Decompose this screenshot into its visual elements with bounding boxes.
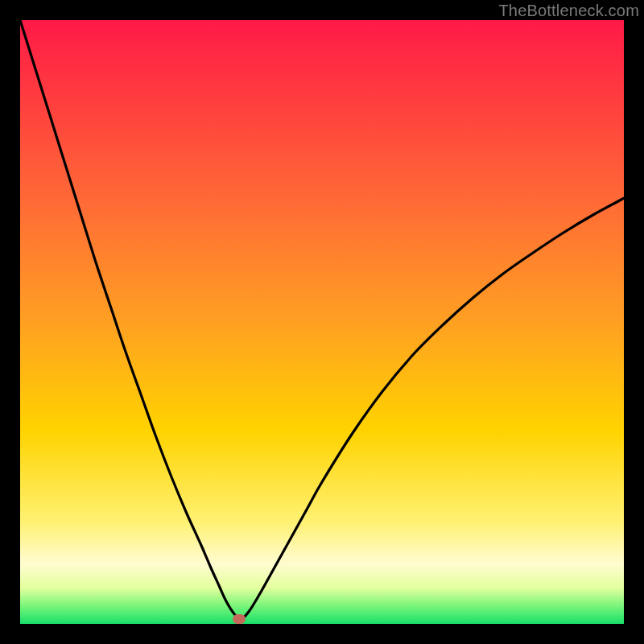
optimum-marker (233, 614, 246, 624)
watermark-label: TheBottleneck.com (498, 2, 639, 20)
chart-plot-area (20, 20, 624, 624)
chart-frame: TheBottleneck.com (0, 0, 644, 644)
bottleneck-curve (20, 20, 624, 624)
